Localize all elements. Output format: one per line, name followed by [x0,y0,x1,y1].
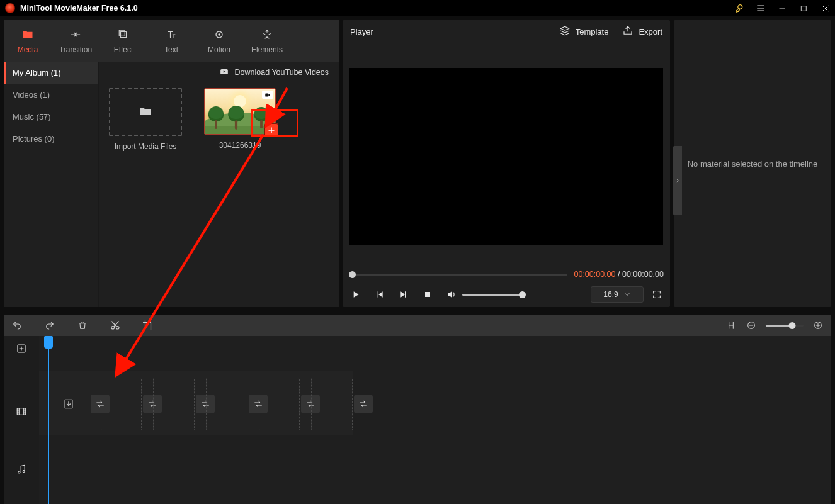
player-progress[interactable]: 00:00:00.00 / 00:00:00.00 [343,267,670,282]
fit-timeline-icon[interactable] [725,320,737,331]
tab-motion[interactable]: Motion [195,20,243,62]
import-media-label: Import Media Files [115,142,177,151]
video-track-icon[interactable] [4,401,39,422]
media-panel: Media Transition Effect Text Motion [4,20,339,307]
template-label: Template [576,27,609,36]
next-frame-icon[interactable] [398,289,409,300]
tab-effect[interactable]: Effect [99,20,147,62]
close-icon[interactable] [820,3,830,13]
chevron-down-icon [623,291,631,298]
album-item-my-album[interactable]: My Album (1) [4,62,98,84]
volume-slider[interactable] [462,294,523,296]
video-lane[interactable] [39,371,353,435]
svg-point-15 [18,471,20,473]
cut-icon[interactable] [110,320,121,331]
timeline-panel [4,315,831,504]
svg-rect-2 [121,32,127,38]
timeline-ruler[interactable] [39,336,831,371]
audio-track-icon[interactable] [4,459,39,479]
album-sidebar: My Album (1) Videos (1) Music (57) Pictu… [4,62,99,307]
prev-frame-icon[interactable] [374,289,385,300]
clip-caption: 3041266319 [219,141,261,150]
tab-transition[interactable]: Transition [52,20,99,62]
album-item-videos[interactable]: Videos (1) [4,84,98,106]
album-item-pictures[interactable]: Pictures (0) [4,128,98,150]
drop-target-icon [48,378,89,430]
volume-icon[interactable] [446,289,457,300]
export-label: Export [639,27,662,36]
player-title: Player [350,27,373,36]
add-track-button[interactable] [4,336,39,361]
timeline-slot[interactable] [259,378,300,430]
undo-icon[interactable] [11,320,23,331]
tab-label: Elements [251,45,283,54]
transition-icon [69,28,82,42]
tab-media[interactable]: Media [4,20,52,62]
expand-panel-handle[interactable] [673,146,682,215]
media-clip-tile[interactable]: 3041266319 [202,88,278,151]
svg-rect-1 [801,6,806,11]
aspect-ratio-select[interactable]: 16:9 [591,286,644,303]
video-preview [349,68,663,245]
redo-icon[interactable] [44,320,55,331]
svg-point-0 [741,6,741,7]
play-icon[interactable] [350,289,361,300]
motion-icon [213,28,225,42]
titlebar: MiniTool MovieMaker Free 6.1.0 [0,0,835,16]
tab-label: Text [164,45,178,54]
add-to-timeline-button[interactable] [264,123,278,137]
hamburger-menu-icon[interactable] [756,3,766,13]
maximize-icon[interactable] [798,3,809,13]
timeline-slot[interactable] [48,378,89,430]
folder-icon [21,28,35,42]
tab-label: Transition [59,45,92,54]
timeline-slot[interactable] [311,378,353,430]
timeline-slot[interactable] [101,378,142,430]
zoom-slider[interactable] [766,325,804,327]
tab-elements[interactable]: Elements [243,20,291,62]
properties-panel: No material selected on the timeline [674,20,831,307]
template-icon [559,25,571,38]
upgrade-key-icon[interactable] [734,3,744,13]
player-timecode: 00:00:00.00 / 00:00:00.00 [574,270,664,279]
svg-rect-3 [119,30,125,36]
text-icon [164,28,178,42]
export-icon [622,25,633,38]
transition-placeholder-icon[interactable] [354,395,373,413]
audio-lane[interactable] [39,435,831,496]
effect-icon [117,28,130,42]
timeline-slot[interactable] [153,378,195,430]
album-content: Download YouTube Videos Import Media Fil… [99,62,339,307]
app-logo-icon [5,3,15,13]
timeline-slot[interactable] [206,378,247,430]
fullscreen-icon[interactable] [651,289,662,300]
svg-rect-7 [265,93,268,96]
delete-icon[interactable] [77,320,88,331]
template-button[interactable]: Template [559,25,609,38]
app-title: MiniTool MovieMaker Free 6.1.0 [20,4,138,13]
aspect-ratio-value: 16:9 [603,290,618,299]
player-panel: Player Template Export [343,20,670,307]
properties-empty-text: No material selected on the timeline [674,20,831,307]
stop-icon[interactable] [422,289,433,300]
minimize-icon[interactable] [777,3,787,13]
zoom-out-icon[interactable] [746,320,757,331]
svg-point-16 [23,471,25,473]
elements-icon [261,28,273,42]
tab-label: Effect [114,45,133,54]
folder-icon [137,104,154,120]
primary-toolbar: Media Transition Effect Text Motion [4,20,339,62]
tab-label: Motion [208,45,230,54]
export-button[interactable]: Export [622,25,662,38]
youtube-icon [219,67,230,78]
zoom-in-icon[interactable] [812,320,824,331]
download-youtube-link[interactable]: Download YouTube Videos [235,68,329,77]
video-badge-icon [262,91,273,99]
crop-icon[interactable] [142,320,154,331]
tab-text[interactable]: Text [147,20,195,62]
import-media-tile[interactable]: Import Media Files [108,88,183,151]
progress-knob[interactable] [349,271,356,278]
svg-point-5 [218,33,220,35]
album-item-music[interactable]: Music (57) [4,106,98,128]
svg-rect-14 [17,408,26,415]
